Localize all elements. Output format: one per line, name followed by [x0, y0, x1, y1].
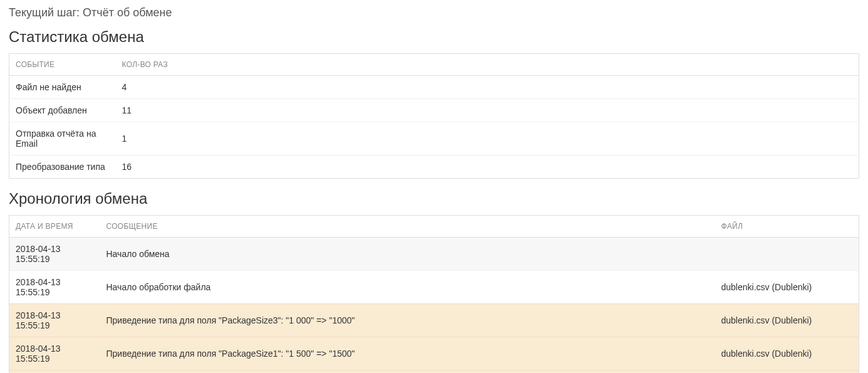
timeline-datetime-cell: 2018-04-13 15:55:19	[9, 238, 100, 271]
table-row: 2018-04-13 15:55:19Приведение типа для п…	[9, 370, 859, 374]
timeline-file-cell: dublenki.csv (Dublenki)	[715, 337, 859, 370]
table-row: 2018-04-13 15:55:19Начало обмена	[9, 238, 859, 271]
table-row: Отправка отчёта на Email1	[9, 122, 859, 155]
stats-event-cell: Объект добавлен	[9, 99, 116, 122]
timeline-file-cell: dublenki.csv (Dublenki)	[715, 271, 859, 304]
stats-count-cell: 4	[116, 76, 859, 99]
table-row: 2018-04-13 15:55:19Начало обработки файл…	[9, 271, 859, 304]
current-step: Текущий шаг: Отчёт об обмене	[9, 6, 859, 19]
timeline-file-cell	[715, 238, 859, 271]
table-row: Преобразование типа16	[9, 155, 859, 179]
timeline-title: Хронология обмена	[9, 190, 859, 208]
timeline-header-message: Сообщение	[100, 216, 715, 238]
current-step-label: Текущий шаг:	[9, 6, 80, 19]
timeline-datetime-cell: 2018-04-13 15:55:19	[9, 370, 100, 374]
table-row: 2018-04-13 15:55:19Приведение типа для п…	[9, 304, 859, 337]
stats-event-cell: Файл не найден	[9, 76, 116, 99]
current-step-value: Отчёт об обмене	[83, 6, 172, 19]
timeline-message-cell: Приведение типа для поля "PackageSize3":…	[100, 304, 715, 337]
timeline-message-cell: Начало обмена	[100, 238, 715, 271]
stats-count-cell: 1	[116, 122, 859, 155]
timeline-header-datetime: Дата и время	[9, 216, 100, 238]
timeline-table: Дата и время Сообщение Файл 2018-04-13 1…	[9, 215, 859, 373]
timeline-datetime-cell: 2018-04-13 15:55:19	[9, 271, 100, 304]
stats-header-event: Событие	[9, 54, 116, 76]
table-row: 2018-04-13 15:55:19Приведение типа для п…	[9, 337, 859, 370]
table-row: Файл не найден4	[9, 76, 859, 99]
stats-title: Статистика обмена	[9, 28, 859, 46]
table-row: Объект добавлен11	[9, 99, 859, 122]
stats-count-cell: 11	[116, 99, 859, 122]
timeline-datetime-cell: 2018-04-13 15:55:19	[9, 304, 100, 337]
timeline-message-cell: Приведение типа для поля "PackageSize2":…	[100, 370, 715, 374]
timeline-message-cell: Приведение типа для поля "PackageSize1":…	[100, 337, 715, 370]
stats-table: Событие Кол-во раз Файл не найден4Объект…	[9, 53, 859, 179]
timeline-datetime-cell: 2018-04-13 15:55:19	[9, 337, 100, 370]
stats-event-cell: Преобразование типа	[9, 155, 116, 179]
stats-count-cell: 16	[116, 155, 859, 179]
timeline-header-file: Файл	[715, 216, 859, 238]
timeline-file-cell: dublenki.csv (Dublenki)	[715, 370, 859, 374]
stats-event-cell: Отправка отчёта на Email	[9, 122, 116, 155]
stats-header-count: Кол-во раз	[116, 54, 859, 76]
timeline-message-cell: Начало обработки файла	[100, 271, 715, 304]
timeline-file-cell: dublenki.csv (Dublenki)	[715, 304, 859, 337]
